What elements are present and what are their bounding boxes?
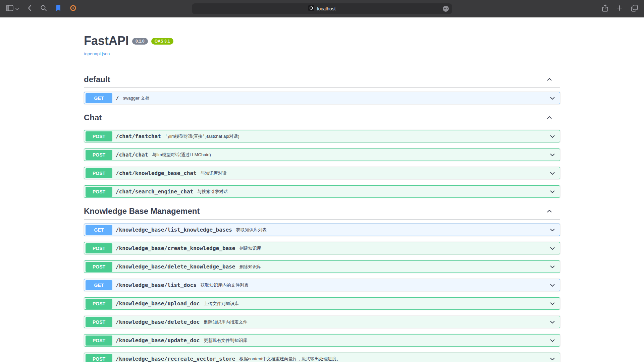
address-bar[interactable]: localhost <box>192 3 452 14</box>
api-info: FastAPI0.1.0OAS 3.1 /openapi.json <box>84 34 560 57</box>
back-button[interactable] <box>28 5 32 13</box>
operation-path: /knowledge_base/delete_knowledge_base <box>116 263 235 270</box>
expand-operation-icon[interactable] <box>549 95 556 102</box>
operation-description: 获取知识库列表 <box>236 227 267 233</box>
api-title-text: FastAPI <box>84 34 129 48</box>
expand-operation-icon[interactable] <box>549 170 556 177</box>
collapse-section-icon[interactable] <box>546 76 553 83</box>
operation-path: / <box>116 95 119 101</box>
chevron-down-icon <box>15 6 19 12</box>
expand-operation-icon[interactable] <box>549 133 556 140</box>
sidebar-toggle-button[interactable] <box>6 5 19 12</box>
operation-row[interactable]: GET/knowledge_base/list_knowledge_bases获… <box>84 224 560 236</box>
tab-overview-button[interactable] <box>631 5 638 13</box>
operation-description: 根据content中文档重建向量库，流式输出处理进度。 <box>239 356 341 362</box>
new-tab-button[interactable] <box>616 5 623 13</box>
share-button[interactable] <box>602 4 608 13</box>
operation-row[interactable]: POST/knowledge_base/recreate_vector_stor… <box>84 353 560 362</box>
tab-overview-icon <box>631 5 638 13</box>
operation-row[interactable]: POST/knowledge_base/update_doc更新现有文件到知识库 <box>84 334 560 347</box>
operation-path: /knowledge_base/recreate_vector_store <box>116 356 235 362</box>
method-badge: GET <box>86 225 112 235</box>
expand-operation-icon[interactable] <box>549 300 556 307</box>
collapse-section-icon[interactable] <box>546 114 553 121</box>
operation-path: /knowledge_base/create_knowledge_base <box>116 245 235 251</box>
method-badge: POST <box>86 131 112 141</box>
share-icon <box>602 4 608 13</box>
operation-path: /knowledge_base/update_doc <box>116 337 200 344</box>
section-header[interactable]: Knowledge Base Management <box>84 204 560 220</box>
bookmark-extension-icon <box>56 5 61 13</box>
site-favicon <box>308 5 314 12</box>
operation-row[interactable]: POST/knowledge_base/delete_doc删除知识库内指定文件 <box>84 316 560 328</box>
browser-toolbar: localhost <box>0 0 644 17</box>
expand-operation-icon[interactable] <box>549 227 556 233</box>
operation-path: /chat/chat <box>116 152 148 158</box>
extension-target-button[interactable] <box>70 5 76 13</box>
openapi-spec-link[interactable]: /openapi.json <box>84 51 110 56</box>
expand-operation-icon[interactable] <box>549 245 556 252</box>
operation-description: 与搜索引擎对话 <box>197 189 228 195</box>
api-section: defaultGET/swagger 文档 <box>84 72 560 104</box>
operation-path: /chat/knowledge_base_chat <box>116 170 197 176</box>
method-badge: POST <box>86 168 112 178</box>
method-badge: GET <box>86 93 112 103</box>
collapse-section-icon[interactable] <box>546 208 553 215</box>
operation-row[interactable]: POST/chat/fastchat与llm模型对话(直接与fastchat a… <box>84 130 560 142</box>
operation-description: 获取知识库内的文件列表 <box>201 282 249 288</box>
version-badge: 0.1.0 <box>132 38 148 45</box>
expand-operation-icon[interactable] <box>549 263 556 270</box>
operation-description: 更新现有文件到知识库 <box>204 338 247 344</box>
operation-path: /knowledge_base/delete_doc <box>116 319 200 325</box>
section-title: Chat <box>84 113 102 122</box>
method-badge: POST <box>86 299 112 309</box>
operation-row[interactable]: POST/chat/search_engine_chat与搜索引擎对话 <box>84 185 560 198</box>
expand-operation-icon[interactable] <box>549 337 556 344</box>
expand-operation-icon[interactable] <box>549 356 556 362</box>
back-icon <box>28 5 32 13</box>
operation-row[interactable]: GET/swagger 文档 <box>84 92 560 104</box>
section-title: default <box>84 75 110 84</box>
section-title: Knowledge Base Management <box>84 206 200 216</box>
operation-row[interactable]: POST/knowledge_base/upload_doc上传文件到知识库 <box>84 297 560 310</box>
operation-path: /chat/fastchat <box>116 133 161 139</box>
page-title: FastAPI0.1.0OAS 3.1 <box>84 34 560 48</box>
operation-description: 与llm模型对话(通过LLMChain) <box>152 152 211 158</box>
address-text: localhost <box>317 6 335 11</box>
operation-description: 与知识库对话 <box>201 170 227 176</box>
operation-path: /knowledge_base/list_knowledge_bases <box>116 227 232 233</box>
page-menu-button[interactable] <box>442 5 449 12</box>
operation-row[interactable]: POST/knowledge_base/create_knowledge_bas… <box>84 242 560 254</box>
page-content: FastAPI0.1.0OAS 3.1 /openapi.json defaul… <box>0 17 644 362</box>
new-tab-icon <box>616 5 623 13</box>
method-badge: POST <box>86 354 112 362</box>
api-section: ChatPOST/chat/fastchat与llm模型对话(直接与fastch… <box>84 110 560 198</box>
method-badge: POST <box>86 317 112 327</box>
operation-path: /knowledge_base/list_docs <box>116 282 197 288</box>
api-section: Knowledge Base ManagementGET/knowledge_b… <box>84 204 560 362</box>
extension-bookmark-button[interactable] <box>56 5 61 13</box>
section-header[interactable]: default <box>84 72 560 88</box>
operation-row[interactable]: POST/chat/knowledge_base_chat与知识库对话 <box>84 167 560 179</box>
search-button[interactable] <box>40 5 47 13</box>
operation-description: 创建知识库 <box>239 245 261 251</box>
operation-path: /knowledge_base/upload_doc <box>116 300 200 307</box>
operation-row[interactable]: GET/knowledge_base/list_docs获取知识库内的文件列表 <box>84 279 560 291</box>
operation-description: 与llm模型对话(直接与fastchat api对话) <box>165 133 239 139</box>
method-badge: POST <box>86 336 112 346</box>
operation-row[interactable]: POST/chat/chat与llm模型对话(通过LLMChain) <box>84 148 560 161</box>
expand-operation-icon[interactable] <box>549 188 556 195</box>
operation-description: 删除知识库 <box>239 264 261 270</box>
method-badge: POST <box>86 262 112 272</box>
operation-description: 删除知识库内指定文件 <box>204 319 247 325</box>
sidebar-icon <box>6 5 13 12</box>
section-header[interactable]: Chat <box>84 110 560 126</box>
operation-path: /chat/search_engine_chat <box>116 188 193 195</box>
expand-operation-icon[interactable] <box>549 282 556 289</box>
method-badge: POST <box>86 243 112 253</box>
expand-operation-icon[interactable] <box>549 319 556 325</box>
oas-badge: OAS 3.1 <box>151 38 173 45</box>
expand-operation-icon[interactable] <box>549 152 556 158</box>
api-sections: defaultGET/swagger 文档ChatPOST/chat/fastc… <box>84 72 560 362</box>
operation-row[interactable]: POST/knowledge_base/delete_knowledge_bas… <box>84 260 560 273</box>
